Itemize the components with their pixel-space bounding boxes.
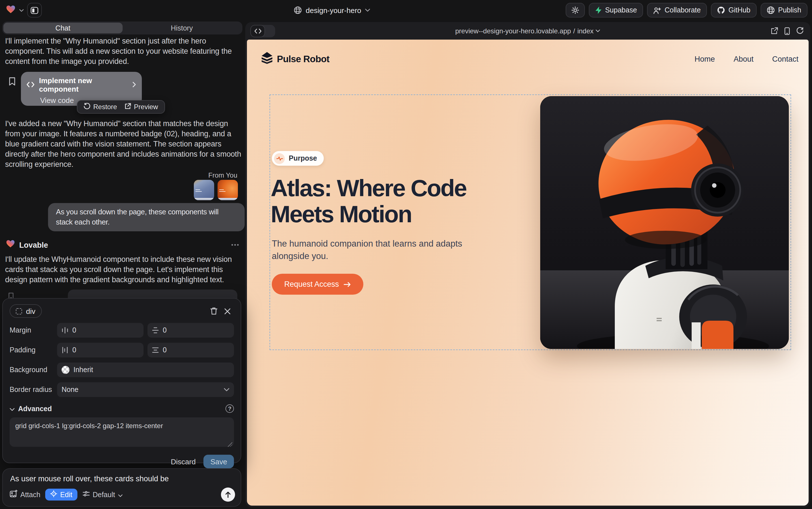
margin-label: Margin [10,326,57,334]
sliders-icon [82,490,90,499]
hero-heading-line-2: Meets Motion [271,201,466,227]
settings-button[interactable] [566,3,585,18]
assistant-name: Lovable [19,241,227,249]
advanced-toggle[interactable]: Advanced [18,405,52,413]
publish-button[interactable]: Publish [761,3,808,18]
padding-x-input[interactable]: 0 [57,343,144,358]
assistant-message-3: I'll update the WhyHumanoid component to… [5,254,243,285]
component-card-title: Implement new component [39,76,128,93]
publish-label: Publish [778,6,801,14]
hero-subtitle: The humanoid companion that learns and a… [272,238,471,263]
collaborate-button[interactable]: Collaborate [647,3,707,18]
chevron-down-icon [224,388,229,392]
collaborate-label: Collaborate [665,6,701,14]
tab-history[interactable]: History [122,23,241,33]
app-root: Chat History I'll implement the "Why Hum… [0,0,812,509]
chevron-down-icon [596,29,600,32]
nav-home[interactable]: Home [695,55,715,63]
delete-element-button[interactable] [207,304,220,318]
preview-toolbar: preview--design-your-hero.lovable.app / … [245,22,810,40]
preview-url-page: index [577,27,593,35]
from-you-label: From You [208,171,237,179]
preview-url[interactable]: preview--design-your-hero.lovable.app / … [245,22,810,40]
nav-contact[interactable]: Contact [772,55,799,63]
chevron-down-icon [10,405,15,413]
chevron-down-icon [365,8,370,12]
nav-about[interactable]: About [733,55,753,63]
chevron-down-icon[interactable] [19,9,24,11]
advanced-classes-textarea[interactable]: grid grid-cols-1 lg:grid-cols-2 gap-12 i… [10,417,234,447]
chevron-right-icon [132,80,136,89]
background-label: Background [10,366,57,374]
site-header: Pulse Robot Home About Contact [262,52,799,66]
help-icon[interactable]: ? [225,404,234,413]
restore-label: Restore [93,103,117,111]
transparent-swatch-icon [62,366,70,374]
gear-icon [571,6,579,14]
hero-badge-label: Purpose [289,155,317,162]
margin-y-input[interactable]: 0 [147,323,234,338]
restore-button[interactable]: Restore [84,103,117,111]
margin-x-icon [62,327,68,334]
attach-image-icon [10,490,17,499]
project-switcher[interactable]: design-your-hero [294,0,370,20]
project-name: design-your-hero [306,6,361,14]
margin-x-input[interactable]: 0 [57,323,144,338]
collaborate-icon [653,6,661,14]
padding-x-value: 0 [72,346,76,354]
code-icon [27,80,34,89]
attachment-thumbnail-orange[interactable] [218,180,238,200]
site-brand[interactable]: Pulse Robot [262,52,329,66]
lovable-logo-icon[interactable] [6,4,16,16]
external-link-icon [124,103,131,111]
save-button[interactable]: Save [204,455,234,468]
site-brand-name: Pulse Robot [277,54,329,65]
assistant-header: Lovable [6,239,239,250]
edit-label: Edit [60,490,72,499]
send-button[interactable] [221,487,235,502]
padding-label: Padding [10,346,57,354]
supabase-icon [595,6,602,14]
pulse-icon [274,153,285,164]
mode-label: Default [93,490,115,499]
border-radius-select[interactable]: None [57,382,234,397]
selected-element-pill[interactable]: div [10,304,41,318]
border-radius-label: Border radius [10,386,57,394]
preview-button[interactable]: Preview [124,103,158,111]
element-tag: div [26,307,35,315]
restore-icon [84,103,90,111]
refresh-button[interactable] [796,27,804,34]
open-in-new-tab-button[interactable] [771,27,778,34]
publish-globe-icon [767,6,775,14]
mobile-view-button[interactable] [784,27,790,35]
padding-y-input[interactable]: 0 [147,343,234,358]
close-panel-button[interactable] [220,304,234,318]
supabase-button[interactable]: Supabase [589,3,643,18]
discard-button[interactable]: Discard [171,457,196,466]
attach-button[interactable]: Attach [10,490,40,499]
padding-y-value: 0 [163,346,167,354]
hero-robot-image [540,96,789,349]
lovable-heart-icon [6,239,15,250]
github-button[interactable]: GitHub [711,3,756,18]
site-nav: Home About Contact [695,55,799,63]
site-viewport: Pulse Robot Home About Contact Purpose A… [247,40,809,506]
tab-chat[interactable]: Chat [3,23,122,33]
background-input[interactable]: Inherit [57,363,234,377]
preview-url-separator: / [573,27,575,35]
message-hover-actions: Restore Preview [77,100,165,114]
mode-select[interactable]: Default [82,490,122,499]
github-label: GitHub [728,6,750,14]
more-options-icon[interactable] [231,244,239,246]
toggle-sidebar-button[interactable] [27,3,42,18]
background-value: Inherit [73,366,93,374]
hero-heading: Atlas: Where Code Meets Motion [271,175,466,227]
chat-composer: As user mouse roll over, these cards sho… [2,468,241,507]
request-access-button[interactable]: Request Access [272,274,363,295]
attachment-thumbnail-blue[interactable] [194,180,214,200]
composer-input[interactable]: As user mouse roll over, these cards sho… [10,475,233,483]
margin-y-icon [152,327,159,334]
preview-frame: preview--design-your-hero.lovable.app / … [245,22,810,507]
bookmark-icon[interactable] [8,77,16,88]
edit-mode-button[interactable]: Edit [45,489,77,501]
